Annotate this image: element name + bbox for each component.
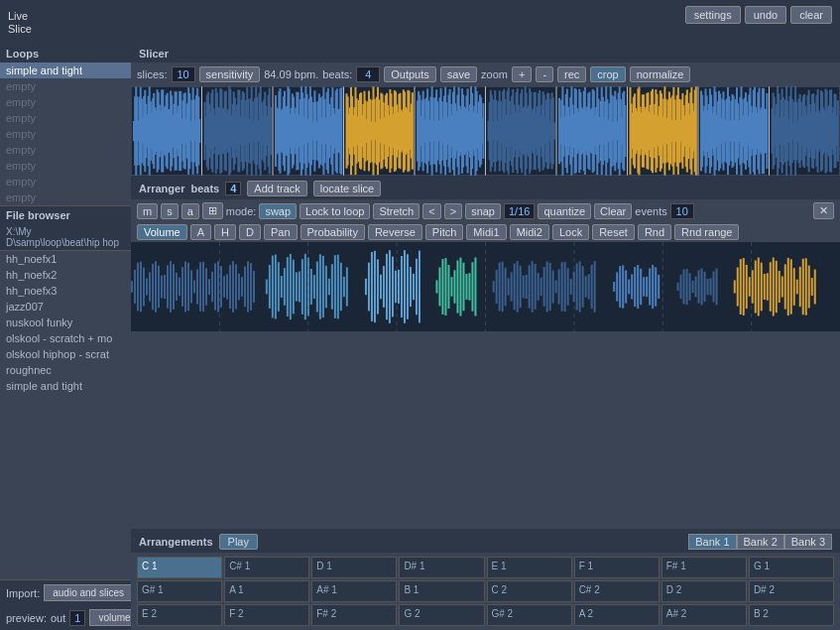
loop-item[interactable]: simple and tight [0,63,131,78]
piano-key[interactable]: B 1 [399,580,484,602]
file-item[interactable]: hh_noefx2 [0,267,131,283]
piano-key[interactable]: A 1 [224,580,309,602]
piano-key[interactable]: G# 1 [137,580,222,602]
bank2-button[interactable]: Bank 2 [737,534,784,550]
piano-key[interactable]: C 2 [487,580,572,602]
pan-func-button[interactable]: Pan [264,224,298,240]
crop-button[interactable]: crop [590,66,625,82]
loop-item[interactable]: empty [0,158,131,174]
save-button[interactable]: save [440,66,477,82]
quantize-button[interactable]: quantize [538,203,591,219]
midi1-func-button[interactable]: Midi1 [466,224,506,240]
file-browser-path: X:\My D\samp\loop\beat\hip hop [0,224,131,251]
piano-key[interactable]: C 1 [137,557,222,578]
loop-item[interactable]: empty [0,126,131,142]
outputs-button[interactable]: Outputs [384,66,436,82]
mode-m-button[interactable]: m [137,203,158,219]
slicer-waveform[interactable] [131,86,840,176]
file-item[interactable]: jazz007 [0,299,131,315]
piano-key[interactable]: D 2 [661,580,747,602]
midi2-func-button[interactable]: Midi2 [510,224,549,240]
arranger-toolbar2: Volume A H D Pan Probability Reverse Pit… [131,222,840,242]
snap-button[interactable]: snap [465,203,501,219]
piano-key[interactable]: C# 2 [574,580,660,602]
reset-func-button[interactable]: Reset [592,224,635,240]
slices-value[interactable]: 10 [172,66,195,82]
app-logo: Live Slice [8,10,32,34]
import-row: Import: audio and slices [6,584,125,601]
lock-to-button[interactable]: Lock to loop [300,203,370,219]
mode-grid-button[interactable]: ⊞ [202,202,223,219]
clear-button[interactable]: clear [790,6,832,24]
a-func-button[interactable]: A [190,224,211,240]
zoom-minus-button[interactable]: - [536,66,553,82]
h-func-button[interactable]: H [214,224,236,240]
piano-key[interactable]: D# 2 [749,580,834,602]
arr-clear-button[interactable]: Clear [594,203,632,219]
piano-key[interactable]: F 1 [574,557,660,578]
arranger-canvas [131,242,840,331]
d-func-button[interactable]: D [239,224,261,240]
lock-func-button[interactable]: Lock [552,224,589,240]
file-item[interactable]: hh_noefx3 [0,283,131,299]
rnd-range-func-button[interactable]: Rnd range [674,224,739,240]
loop-item[interactable]: empty [0,189,131,205]
settings-button[interactable]: settings [685,6,741,24]
piano-key[interactable]: B 2 [749,604,834,626]
file-item[interactable]: nuskool funky [0,315,131,330]
play-button[interactable]: Play [219,534,258,550]
mode-s-button[interactable]: s [161,203,179,219]
rnd-func-button[interactable]: Rnd [638,224,671,240]
normalize-button[interactable]: normalize [630,66,691,82]
piano-key[interactable]: F# 2 [311,604,397,626]
loop-item[interactable]: empty [0,78,131,94]
slicer-header: Slicer [131,45,840,63]
piano-key[interactable]: A# 1 [311,580,397,602]
import-section: Import: audio and slices [0,579,131,605]
mode-a-button[interactable]: a [181,203,199,219]
next-button[interactable]: > [444,203,462,219]
add-track-button[interactable]: Add track [247,181,306,196]
pitch-func-button[interactable]: Pitch [425,224,463,240]
close-arranger-button[interactable]: ✕ [813,202,834,219]
file-item[interactable]: hh_noefx1 [0,251,131,267]
piano-key[interactable]: A# 2 [661,604,747,626]
loop-item[interactable]: empty [0,174,131,189]
undo-button[interactable]: undo [745,6,786,24]
reverse-func-button[interactable]: Reverse [368,224,422,240]
loop-item[interactable]: empty [0,142,131,158]
sensitivity-button[interactable]: sensitivity [199,66,261,82]
file-item[interactable]: olskool - scratch + mo [0,330,131,346]
piano-key[interactable]: D 1 [311,557,397,578]
file-item[interactable]: simple and tight [0,378,131,394]
arranger-waveform[interactable] [131,242,840,331]
loop-item[interactable]: empty [0,110,131,126]
main-layout: Loops simple and tightemptyemptyemptyemp… [0,45,840,630]
prev-button[interactable]: < [422,203,440,219]
piano-key[interactable]: E 1 [487,557,572,578]
zoom-plus-button[interactable]: + [512,66,532,82]
import-select[interactable]: audio and slices [44,584,145,601]
locate-slice-button[interactable]: locate slice [313,181,381,196]
piano-key[interactable]: E 2 [137,604,222,626]
piano-key[interactable]: F# 1 [661,557,747,578]
volume-func-button[interactable]: Volume [137,224,187,240]
piano-key[interactable]: G 2 [399,604,484,626]
rec-button[interactable]: rec [557,66,586,82]
piano-key[interactable]: A 2 [574,604,660,626]
piano-key[interactable]: G# 2 [487,604,572,626]
probability-func-button[interactable]: Probability [300,224,365,240]
piano-key[interactable]: C# 1 [224,557,309,578]
arranger-beats-value: 4 [225,182,241,195]
piano-key[interactable]: F 2 [224,604,309,626]
file-item[interactable]: olskool hiphop - scrat [0,346,131,362]
loop-item[interactable]: empty [0,94,131,110]
piano-key[interactable]: G 1 [749,557,834,578]
file-item[interactable]: roughnec [0,362,131,378]
bank3-button[interactable]: Bank 3 [784,534,832,550]
bank1-button[interactable]: Bank 1 [688,534,736,550]
beats-value[interactable]: 4 [356,66,380,82]
stretch-button[interactable]: Stretch [373,203,420,219]
piano-key[interactable]: D# 1 [399,557,484,578]
mode-value-button[interactable]: swap [259,203,297,219]
